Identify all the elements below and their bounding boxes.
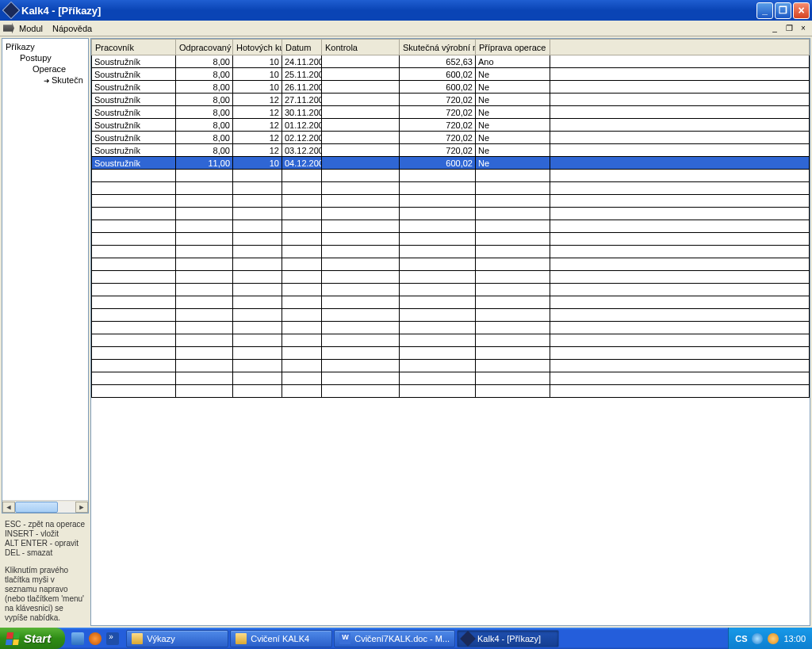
cell-empty[interactable]	[400, 220, 476, 233]
cell-empty[interactable]	[322, 271, 400, 284]
cell-empty[interactable]	[92, 296, 176, 309]
cell-empty[interactable]	[176, 334, 233, 347]
cell-empty[interactable]	[550, 258, 810, 271]
maximize-button[interactable]: ❐	[775, 2, 791, 19]
cell-empty[interactable]	[92, 284, 176, 296]
cell-empty[interactable]	[282, 246, 322, 258]
cell-empty[interactable]	[550, 284, 810, 296]
show-desktop-icon[interactable]	[71, 632, 84, 645]
mdi-close[interactable]: ×	[798, 24, 809, 32]
cell-priprava[interactable]: Ne	[476, 68, 550, 81]
cell-empty[interactable]	[550, 220, 810, 233]
cell-empty[interactable]	[476, 258, 550, 271]
cell-kontrola[interactable]	[322, 106, 400, 119]
cell-empty[interactable]	[550, 233, 810, 246]
cell-empty[interactable]	[400, 258, 476, 271]
cell-mzda[interactable]: 720,02	[400, 132, 476, 144]
cell-datum[interactable]: 01.12.2009	[282, 119, 322, 132]
cell-cas[interactable]: 8,00	[176, 94, 233, 106]
table-row-empty[interactable]	[92, 309, 810, 322]
cell-empty[interactable]	[282, 322, 322, 334]
cell-empty[interactable]	[282, 296, 322, 309]
cell-cas[interactable]: 8,00	[176, 132, 233, 144]
cell-cas[interactable]: 8,00	[176, 81, 233, 94]
tray-icon[interactable]	[768, 633, 779, 644]
cell-mzda[interactable]: 720,02	[400, 119, 476, 132]
cell-empty[interactable]	[322, 233, 400, 246]
cell-empty[interactable]	[400, 170, 476, 182]
tree-node[interactable]: Příkazy	[2, 41, 88, 52]
cell-empty[interactable]	[400, 182, 476, 195]
cell-empty[interactable]	[322, 360, 400, 372]
cell-empty[interactable]	[92, 258, 176, 271]
cell-empty[interactable]	[92, 195, 176, 208]
table-row-empty[interactable]	[92, 296, 810, 309]
cell-empty[interactable]	[476, 296, 550, 309]
cell-empty[interactable]	[282, 347, 322, 360]
cell-cas[interactable]: 8,00	[176, 68, 233, 81]
cell-datum[interactable]: 27.11.2009	[282, 94, 322, 106]
table-row-empty[interactable]	[92, 182, 810, 195]
cell-pracovnik[interactable]: Soustružník	[92, 94, 176, 106]
cell-empty[interactable]	[550, 347, 810, 360]
cell-empty[interactable]	[476, 372, 550, 385]
table-row[interactable]: Soustružník8,001024.11.2009652,63Ano	[92, 55, 810, 68]
cell-priprava[interactable]: Ne	[476, 106, 550, 119]
cell-empty[interactable]	[550, 271, 810, 284]
cell-mzda[interactable]: 720,02	[400, 106, 476, 119]
cell-empty[interactable]	[92, 220, 176, 233]
cell-empty[interactable]	[550, 246, 810, 258]
cell-empty[interactable]	[92, 246, 176, 258]
cell-empty[interactable]	[176, 170, 233, 182]
cell-mzda[interactable]: 720,02	[400, 94, 476, 106]
grid-header-row[interactable]: Pracovník Odpracovaný čas Hotových kusů …	[92, 40, 810, 55]
cell-empty[interactable]	[233, 322, 282, 334]
cell-datum[interactable]: 02.12.2009	[282, 132, 322, 144]
cell-empty[interactable]	[282, 195, 322, 208]
menu-napoveda[interactable]: Nápověda	[52, 24, 92, 33]
col-extra[interactable]	[550, 40, 810, 55]
cell-empty[interactable]	[92, 208, 176, 220]
cell-empty[interactable]	[476, 347, 550, 360]
cell-kusu[interactable]: 10	[233, 81, 282, 94]
cell-kontrola[interactable]	[322, 119, 400, 132]
cell-extra[interactable]	[550, 106, 810, 119]
col-pracovnik[interactable]: Pracovník	[92, 40, 176, 55]
cell-empty[interactable]	[322, 296, 400, 309]
cell-priprava[interactable]: Ne	[476, 144, 550, 157]
cell-empty[interactable]	[282, 360, 322, 372]
cell-empty[interactable]	[176, 309, 233, 322]
cell-empty[interactable]	[92, 334, 176, 347]
cell-empty[interactable]	[92, 182, 176, 195]
cell-kusu[interactable]: 12	[233, 144, 282, 157]
cell-empty[interactable]	[550, 296, 810, 309]
minimize-button[interactable]: _	[756, 2, 773, 19]
table-row[interactable]: Soustružník8,001203.12.2009720,02Ne	[92, 144, 810, 157]
tree-scrollbar[interactable]: ◄ ►	[2, 500, 88, 513]
col-datum[interactable]: Datum	[282, 40, 322, 55]
tree-node[interactable]: Postupy	[2, 52, 88, 63]
cell-empty[interactable]	[476, 284, 550, 296]
cell-kusu[interactable]: 12	[233, 132, 282, 144]
cell-empty[interactable]	[233, 208, 282, 220]
cell-extra[interactable]	[550, 81, 810, 94]
cell-empty[interactable]	[400, 296, 476, 309]
cell-empty[interactable]	[476, 233, 550, 246]
cell-extra[interactable]	[550, 94, 810, 106]
cell-empty[interactable]	[476, 195, 550, 208]
taskbar-button[interactable]: Cvičení KALK4	[230, 630, 332, 647]
cell-extra[interactable]	[550, 144, 810, 157]
cell-empty[interactable]	[282, 271, 322, 284]
cell-kontrola[interactable]	[322, 55, 400, 68]
table-row-empty[interactable]	[92, 246, 810, 258]
cell-kusu[interactable]: 12	[233, 119, 282, 132]
cell-empty[interactable]	[176, 258, 233, 271]
tree-node[interactable]: Operace	[2, 63, 88, 74]
cell-cas[interactable]: 8,00	[176, 119, 233, 132]
scroll-right-button[interactable]: ►	[75, 502, 88, 513]
cell-datum[interactable]: 26.11.2009	[282, 81, 322, 94]
cell-pracovnik[interactable]: Soustružník	[92, 119, 176, 132]
cell-empty[interactable]	[92, 385, 176, 398]
cell-empty[interactable]	[233, 271, 282, 284]
cell-empty[interactable]	[176, 360, 233, 372]
